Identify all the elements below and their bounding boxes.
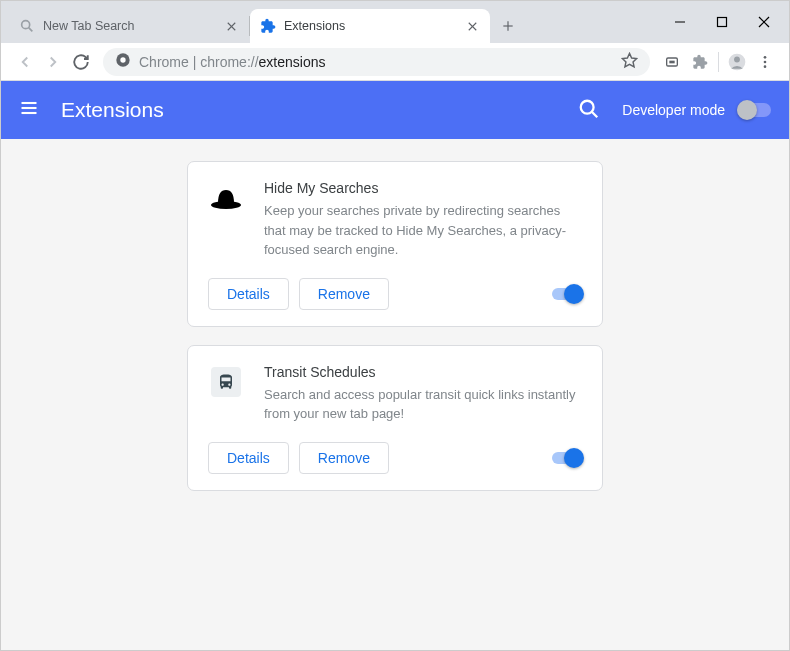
search-icon [19,18,35,34]
enable-toggle[interactable] [552,452,582,464]
extension-name: Hide My Searches [264,180,582,196]
omnibox-text: Chrome | chrome://extensions [139,54,621,70]
star-icon[interactable] [621,52,638,72]
minimize-button[interactable] [673,15,687,29]
developer-mode-label: Developer mode [622,102,725,118]
extensions-header: Extensions Developer mode [1,81,789,139]
extensions-list: Hide My Searches Keep your searches priv… [1,139,789,650]
toolbar-separator [718,52,719,72]
extension-toolbar-icon-2[interactable] [686,48,714,76]
new-tab-button[interactable] [494,12,522,40]
tab-new-tab-search[interactable]: New Tab Search [9,9,249,43]
extension-description: Keep your searches private by redirectin… [264,201,582,260]
svg-point-4 [22,21,30,29]
back-button[interactable] [11,48,39,76]
profile-icon[interactable] [723,48,751,76]
close-window-button[interactable] [757,15,771,29]
bus-icon [208,364,244,400]
address-bar: Chrome | chrome://extensions [1,43,789,81]
extension-description: Search and access popular transit quick … [264,385,582,424]
details-button[interactable]: Details [208,442,289,474]
extension-card: Hide My Searches Keep your searches priv… [187,161,603,327]
extension-card: Transit Schedules Search and access popu… [187,345,603,491]
svg-line-5 [29,28,33,32]
svg-point-18 [734,56,740,62]
close-icon[interactable] [223,18,239,34]
svg-rect-16 [669,60,674,63]
puzzle-icon [260,18,276,34]
search-icon[interactable] [578,98,602,122]
svg-line-26 [592,112,598,118]
close-icon[interactable] [464,18,480,34]
remove-button[interactable]: Remove [299,278,389,310]
chrome-icon [115,52,131,71]
forward-button[interactable] [39,48,67,76]
tab-title: Extensions [284,19,464,33]
svg-rect-1 [718,18,727,27]
remove-button[interactable]: Remove [299,442,389,474]
svg-point-21 [764,65,767,68]
window-controls [673,15,771,29]
tab-title: New Tab Search [43,19,223,33]
svg-marker-14 [622,53,636,66]
svg-point-19 [764,56,767,59]
enable-toggle[interactable] [552,288,582,300]
developer-mode-toggle[interactable] [737,103,771,117]
svg-point-20 [764,60,767,63]
kebab-menu-icon[interactable] [751,48,779,76]
tab-extensions[interactable]: Extensions [250,9,490,43]
page-title: Extensions [61,98,578,122]
omnibox[interactable]: Chrome | chrome://extensions [103,48,650,76]
details-button[interactable]: Details [208,278,289,310]
svg-point-25 [581,101,594,114]
hamburger-icon[interactable] [19,98,43,122]
extension-toolbar-icon[interactable] [658,48,686,76]
extension-name: Transit Schedules [264,364,582,380]
svg-point-13 [120,57,125,62]
reload-button[interactable] [67,48,95,76]
tab-bar: New Tab Search Extensions [1,1,789,43]
maximize-button[interactable] [715,15,729,29]
hat-icon [208,180,244,216]
